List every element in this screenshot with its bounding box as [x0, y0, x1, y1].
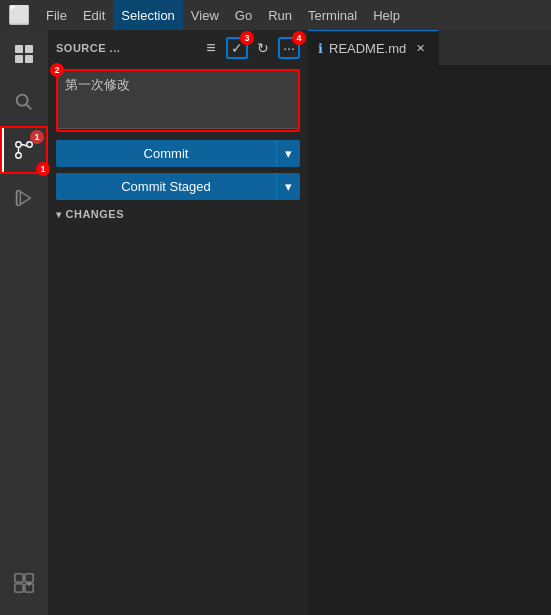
menu-edit[interactable]: Edit — [75, 0, 113, 30]
refresh-icon: ↻ — [257, 40, 269, 56]
activity-run-debug[interactable] — [0, 174, 48, 222]
more-actions-btn[interactable]: ··· 4 — [278, 37, 300, 59]
commit-message-input[interactable]: 第一次修改 — [56, 69, 300, 129]
commit-staged-dropdown-btn[interactable]: ▾ — [276, 173, 300, 200]
svg-line-5 — [26, 104, 31, 109]
checkmark-btn[interactable]: ✓ 3 — [226, 37, 248, 59]
sidebar: SOURCE ... ≡ ✓ 3 ↻ ··· 4 第一次修改 — [48, 30, 308, 615]
changes-section-header[interactable]: ▾ CHANGES — [48, 204, 308, 224]
svg-point-6 — [16, 153, 22, 159]
commit-button[interactable]: Commit — [56, 140, 276, 167]
annotation-4: 4 — [292, 31, 306, 45]
commit-input-area: 第一次修改 2 — [56, 69, 300, 132]
menu-terminal[interactable]: Terminal — [300, 0, 365, 30]
svg-rect-13 — [15, 574, 23, 582]
menu-run[interactable]: Run — [260, 0, 300, 30]
menu-selection[interactable]: Selection — [113, 0, 182, 30]
main-layout: 1 1 SOUR — [0, 30, 551, 615]
activity-source-control[interactable]: 1 1 — [0, 126, 48, 174]
annotation-2: 2 — [50, 63, 64, 77]
svg-point-7 — [27, 142, 33, 148]
svg-rect-3 — [25, 55, 33, 63]
svg-rect-1 — [15, 55, 23, 63]
tab-info-icon: ℹ — [318, 41, 323, 56]
editor-area: ℹ README.md ✕ Pull Pull (Rebase) Pull fr… — [308, 30, 551, 615]
menu-help[interactable]: Help — [365, 0, 408, 30]
annotation-1: 1 — [36, 162, 50, 176]
activity-explorer[interactable] — [0, 30, 48, 78]
activity-extensions[interactable] — [0, 559, 48, 607]
chevron-down-icon: ▾ — [56, 209, 62, 220]
vscode-icon: ⬜ — [8, 4, 30, 26]
commit-button-row: Commit ▾ — [56, 140, 300, 167]
menu-go[interactable]: Go — [227, 0, 260, 30]
refresh-btn[interactable]: ↻ — [252, 37, 274, 59]
menu-view[interactable]: View — [183, 0, 227, 30]
list-icon-btn[interactable]: ≡ — [200, 37, 222, 59]
activity-search[interactable] — [0, 78, 48, 126]
tab-readme[interactable]: ℹ README.md ✕ — [308, 30, 439, 65]
changes-label: CHANGES — [66, 208, 125, 220]
menu-file[interactable]: File — [38, 0, 75, 30]
svg-point-8 — [16, 142, 22, 148]
commit-staged-button-row: Commit Staged ▾ — [56, 173, 300, 200]
svg-rect-15 — [15, 584, 23, 592]
tab-close-btn[interactable]: ✕ — [412, 40, 428, 56]
commit-staged-button[interactable]: Commit Staged — [56, 173, 276, 200]
activity-bar: 1 1 — [0, 30, 48, 615]
sidebar-header: SOURCE ... ≡ ✓ 3 ↻ ··· 4 — [48, 30, 308, 65]
scm-badge: 1 — [30, 130, 44, 144]
sidebar-title: SOURCE ... — [56, 42, 196, 54]
annotation-3: 3 — [240, 31, 254, 45]
menu-bar: ⬜ File Edit Selection View Go Run Termin… — [0, 0, 551, 30]
svg-rect-14 — [25, 574, 33, 582]
svg-point-4 — [17, 95, 28, 106]
list-icon: ≡ — [206, 39, 215, 57]
tab-bar: ℹ README.md ✕ — [308, 30, 551, 65]
commit-dropdown-btn[interactable]: ▾ — [276, 140, 300, 167]
svg-rect-0 — [15, 45, 23, 53]
svg-rect-2 — [25, 45, 33, 53]
tab-label: README.md — [329, 41, 406, 56]
